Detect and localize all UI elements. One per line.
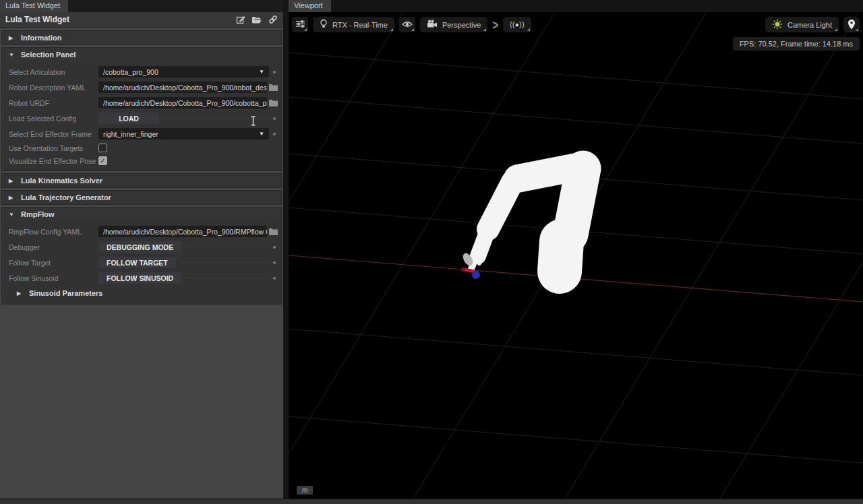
application-window: Lula Test Widget Lula Test Widget ▶ xyxy=(0,0,863,504)
location-pin-icon xyxy=(847,19,856,31)
scene-svg xyxy=(289,12,863,499)
end-effector-pose-marker xyxy=(461,267,480,279)
fps-stats-readout: FPS: 70.52, Frame time: 14.18 ms xyxy=(733,37,860,51)
section-header-kinematics[interactable]: ▶ Lula Kinematics Solver xyxy=(2,174,281,187)
field-label: Select Articulation xyxy=(9,68,98,76)
collapse-arrow-icon: ▶ xyxy=(9,195,15,201)
use-orientation-targets-checkbox[interactable] xyxy=(98,144,107,152)
section-label: Lula Kinematics Solver xyxy=(21,177,102,185)
field-label: Use Orientation Targets xyxy=(9,144,98,152)
robot-description-yaml-input[interactable]: /home/arudich/Desktop/Cobotta_Pro_900/ro… xyxy=(98,82,267,93)
panel-body: ▶ Information ▼ Selection Panel Select A… xyxy=(0,28,283,499)
viewport-tab-bar: Viewport xyxy=(289,0,863,12)
viewport-settings-button[interactable] xyxy=(292,17,308,32)
viewport-3d-canvas[interactable]: RTX - Real-Time Perspective > ((●)) xyxy=(289,12,863,499)
follow-sinusoid-button[interactable]: FOLLOW SINUSOID xyxy=(98,272,181,284)
section-lula-trajectory-generator: ▶ Lula Trajectory Generator xyxy=(1,190,282,205)
navigation-pin-button[interactable] xyxy=(843,17,860,32)
left-tab-bar: Lula Test Widget xyxy=(0,0,283,12)
movie-camera-icon xyxy=(427,20,438,30)
debugging-mode-button[interactable]: DEBUGGING MODE xyxy=(98,241,181,253)
section-information: ▶ Information xyxy=(1,30,282,45)
section-label: Lula Trajectory Generator xyxy=(21,193,111,201)
default-indicator-dot[interactable] xyxy=(273,277,276,280)
collapse-arrow-icon: ▶ xyxy=(9,178,15,184)
row-select-end-effector-frame: Select End Effector Frame right_inner_fi… xyxy=(2,126,281,141)
row-follow-sinusoid: Follow Sinusoid FOLLOW SINUSOID xyxy=(2,270,281,286)
expand-arrow-icon: ▼ xyxy=(9,52,15,58)
edit-icon[interactable] xyxy=(235,15,245,25)
sun-light-icon xyxy=(772,19,783,31)
path-value: /home/arudich/Desktop/Cobotta_Pro_900/co… xyxy=(103,99,267,107)
collapse-arrow-icon: ▶ xyxy=(17,290,23,296)
end-effector-frame-dropdown[interactable]: right_inner_finger ▼ xyxy=(98,128,269,139)
row-robot-description-yaml: Robot Description YAML /home/arudich/Des… xyxy=(2,80,281,95)
renderer-select-button[interactable]: RTX - Real-Time xyxy=(313,17,394,32)
folder-open-icon[interactable] xyxy=(251,15,262,25)
browse-folder-icon[interactable] xyxy=(268,227,278,237)
row-separator xyxy=(185,247,270,247)
section-lula-kinematics-solver: ▶ Lula Kinematics Solver xyxy=(1,173,282,188)
viewport-toolbar: RTX - Real-Time Perspective > ((●)) xyxy=(292,17,531,32)
robot-urdf-input[interactable]: /home/arudich/Desktop/Cobotta_Pro_900/co… xyxy=(98,97,267,108)
row-separator xyxy=(185,278,270,278)
dropdown-value: /cobotta_pro_900 xyxy=(103,68,158,76)
link-icon[interactable] xyxy=(268,15,278,25)
field-label: Debugger xyxy=(9,243,98,251)
dropdown-value: right_inner_finger xyxy=(103,130,158,138)
panel-title: Lula Test Widget xyxy=(5,15,235,24)
section-header-rmpflow[interactable]: ▼ RmpFlow xyxy=(2,208,281,221)
camera-select-button[interactable]: Perspective xyxy=(420,17,487,32)
default-indicator-dot[interactable] xyxy=(273,71,276,73)
field-label: Select End Effector Frame xyxy=(9,130,98,138)
field-label: Visualize End Effector Pose xyxy=(9,157,98,165)
text-cursor-pointer xyxy=(250,116,256,129)
default-indicator-dot[interactable] xyxy=(273,133,276,135)
follow-target-button[interactable]: FOLLOW TARGET xyxy=(98,257,176,268)
unit-label-badge: m xyxy=(297,486,313,495)
field-label: Robot Description YAML xyxy=(9,84,98,92)
field-label: Robot URDF xyxy=(9,99,98,107)
chevron-down-icon: ▼ xyxy=(256,69,264,75)
row-separator xyxy=(179,262,270,263)
camera-label: Perspective xyxy=(442,21,481,29)
row-debugger: Debugger DEBUGGING MODE xyxy=(2,239,281,255)
section-header-selection-panel[interactable]: ▼ Selection Panel xyxy=(2,48,281,61)
default-indicator-dot[interactable] xyxy=(273,117,276,120)
visibility-button[interactable] xyxy=(399,17,415,32)
default-indicator-dot[interactable] xyxy=(273,246,276,249)
section-label: Information xyxy=(21,34,62,42)
row-load-selected-config: Load Selected Config LOAD xyxy=(2,111,281,126)
field-label: Follow Target xyxy=(9,259,98,267)
section-rmpflow: ▼ RmpFlow RmpFlow Config YAML /home/arud… xyxy=(1,207,282,305)
widget-header: Lula Test Widget xyxy=(0,12,283,28)
subsection-label: Sinusoid Parameters xyxy=(29,289,102,297)
browse-folder-icon[interactable] xyxy=(268,98,278,108)
bottom-status-bar xyxy=(0,499,863,504)
rmpflow-config-yaml-input[interactable]: /home/arudich/Desktop/Cobotta_Pro_900/RM… xyxy=(98,226,267,237)
expand-arrow-icon: ▼ xyxy=(9,212,15,218)
subsection-sinusoid-parameters[interactable]: ▶ Sinusoid Parameters xyxy=(2,286,281,301)
waypoint-capture-button[interactable]: ((●)) xyxy=(503,17,531,32)
lula-test-widget-panel: Lula Test Widget Lula Test Widget ▶ xyxy=(0,0,283,499)
visualize-end-effector-pose-checkbox[interactable]: ✓ xyxy=(98,156,107,165)
camera-light-label: Camera Light xyxy=(787,21,832,29)
articulation-dropdown[interactable]: /cobotta_pro_900 ▼ xyxy=(98,66,269,77)
default-indicator-dot[interactable] xyxy=(273,261,276,264)
lightbulb-icon xyxy=(320,19,328,30)
pane-divider[interactable] xyxy=(283,0,289,499)
section-selection-panel: ▼ Selection Panel Select Articulation /c… xyxy=(1,47,282,171)
row-rmpflow-config-yaml: RmpFlow Config YAML /home/arudich/Deskto… xyxy=(2,224,281,239)
load-button[interactable]: LOAD xyxy=(98,113,159,124)
section-header-information[interactable]: ▶ Information xyxy=(2,31,281,44)
tab-viewport[interactable]: Viewport xyxy=(289,0,331,12)
viewport-panel: Viewport xyxy=(289,0,863,499)
browse-folder-icon[interactable] xyxy=(268,83,278,92)
section-header-trajectory[interactable]: ▶ Lula Trajectory Generator xyxy=(2,191,281,204)
path-value: /home/arudich/Desktop/Cobotta_Pro_900/RM… xyxy=(103,228,267,236)
tab-lula-test-widget[interactable]: Lula Test Widget xyxy=(0,0,68,12)
row-robot-urdf: Robot URDF /home/arudich/Desktop/Cobotta… xyxy=(2,95,281,111)
field-label: Load Selected Config xyxy=(9,115,98,123)
collapse-arrow-icon: ▶ xyxy=(9,35,15,41)
camera-light-button[interactable]: Camera Light xyxy=(765,17,839,32)
